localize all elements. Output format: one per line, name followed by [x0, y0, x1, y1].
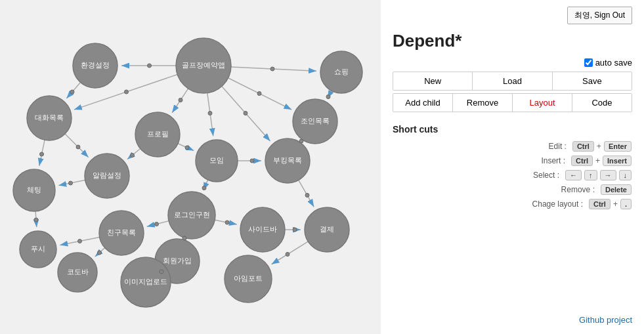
svg-point-54	[99, 211, 144, 255]
svg-point-92	[326, 95, 330, 99]
graph-node[interactable]: 대화목록	[27, 96, 72, 140]
enter-key: Enter	[604, 141, 632, 152]
svg-point-48	[168, 192, 215, 239]
shortcut-insert: Insert : Ctrl + Insert	[393, 156, 632, 166]
svg-point-34	[293, 99, 337, 144]
save-button[interactable]: Save	[553, 72, 632, 90]
graph-node[interactable]: 이미지업로드	[121, 257, 171, 307]
graph-node[interactable]: 로그인구현	[168, 192, 215, 239]
svg-point-46	[13, 169, 55, 211]
graph-node[interactable]: 알람설정	[85, 154, 129, 198]
shortcuts-section: Short cuts Edit : Ctrl + Enter Insert : …	[393, 124, 632, 213]
toolbar-row1: New Load Save	[393, 72, 632, 91]
graph-node[interactable]: 조인목록	[293, 99, 337, 144]
shortcuts-title: Short cuts	[393, 124, 632, 135]
add-child-button[interactable]: Add child	[393, 94, 453, 112]
code-button[interactable]: Code	[572, 94, 632, 112]
svg-point-88	[34, 218, 38, 222]
svg-point-44	[85, 154, 129, 198]
down-arrow-key: ↓	[619, 170, 632, 180]
svg-point-71	[208, 112, 212, 115]
edit-label: Edit :	[549, 142, 567, 151]
app-title: Depend*	[393, 31, 632, 51]
svg-point-32	[73, 43, 118, 88]
graph-node[interactable]: 친구목록	[99, 211, 144, 255]
svg-point-91	[70, 90, 74, 94]
remove-button[interactable]: Remove	[453, 94, 513, 112]
ctrl-key-edit: Ctrl	[572, 141, 594, 152]
auto-save-checkbox[interactable]	[584, 58, 593, 67]
graph-node[interactable]: 부킹목록	[265, 138, 310, 183]
shortcut-remove: Remove : Delete	[393, 184, 632, 195]
svg-point-82	[182, 236, 186, 240]
svg-point-83	[293, 228, 297, 232]
auto-save-label[interactable]: auto save	[584, 58, 632, 68]
svg-point-89	[305, 194, 309, 198]
graph-node[interactable]: 골프장예약앱	[176, 38, 231, 93]
svg-point-69	[179, 98, 182, 102]
graph-node[interactable]: 체팅	[13, 169, 55, 211]
graph-node[interactable]: 사이드바	[240, 207, 285, 252]
select-label: Select :	[533, 171, 559, 180]
svg-point-52	[305, 207, 349, 252]
svg-point-90	[299, 139, 303, 143]
delete-key: Delete	[601, 184, 632, 195]
graph-svg: 골프장예약앱쇼핑환경설정조인목록대화목록프로필부킹목록모임알람설정체팅로그인구현…	[0, 0, 381, 334]
svg-point-79	[76, 145, 80, 149]
insert-label: Insert :	[541, 156, 565, 165]
svg-point-40	[265, 138, 310, 183]
svg-point-74	[185, 146, 189, 150]
svg-point-78	[40, 152, 44, 156]
svg-point-75	[250, 159, 254, 163]
auto-save-row: auto save	[393, 58, 632, 68]
left-arrow-key: ←	[565, 170, 582, 180]
svg-point-87	[286, 253, 290, 257]
graph-panel[interactable]: 골프장예약앱쇼핑환경설정조인목록대화목록프로필부킹목록모임알람설정체팅로그인구현…	[0, 0, 381, 334]
shortcut-change-layout: Chage layout : Ctrl + .	[393, 199, 632, 209]
svg-point-36	[27, 96, 72, 140]
sign-out-button[interactable]: 최영, Sign Out	[567, 7, 632, 24]
graph-node[interactable]: 프로필	[135, 112, 180, 157]
toolbar-row2: Add child Remove Layout Code	[393, 93, 632, 112]
svg-point-77	[69, 181, 73, 185]
ctrl-key-layout: Ctrl	[589, 199, 611, 209]
ctrl-key-insert: Ctrl	[571, 156, 593, 166]
svg-point-66	[270, 67, 274, 71]
right-panel: 최영, Sign Out Depend* auto save New Load …	[381, 0, 644, 334]
up-arrow-key: ↑	[584, 170, 597, 180]
graph-node[interactable]: 코도바	[58, 253, 97, 292]
graph-node[interactable]: 아임포트	[225, 255, 272, 303]
graph-node[interactable]: 쇼핑	[320, 51, 362, 93]
remove-label: Remove :	[561, 185, 595, 194]
svg-point-84	[98, 251, 102, 255]
svg-point-56	[20, 231, 56, 268]
load-button[interactable]: Load	[473, 72, 552, 90]
layout-button[interactable]: Layout	[513, 94, 572, 112]
svg-point-80	[155, 222, 159, 226]
svg-point-50	[240, 207, 285, 252]
svg-point-70	[244, 112, 247, 115]
svg-point-28	[176, 38, 231, 93]
svg-point-68	[257, 92, 261, 96]
right-arrow-key: →	[600, 170, 616, 180]
graph-node[interactable]: 모임	[196, 140, 238, 182]
graph-node[interactable]: 결제	[305, 207, 349, 252]
github-link[interactable]: Github project	[579, 315, 632, 325]
svg-point-38	[135, 112, 180, 157]
svg-point-86	[160, 270, 163, 274]
auto-save-text: auto save	[595, 58, 632, 68]
new-button[interactable]: New	[393, 72, 473, 90]
svg-point-81	[225, 220, 229, 224]
svg-point-42	[196, 140, 238, 182]
graph-node[interactable]: 환경설정	[73, 43, 118, 88]
insert-key: Insert	[603, 156, 632, 166]
svg-point-64	[225, 255, 272, 303]
svg-point-58	[58, 253, 97, 292]
dot-key: .	[620, 199, 632, 209]
svg-point-62	[121, 257, 171, 307]
svg-point-72	[125, 90, 129, 94]
svg-point-30	[320, 51, 362, 93]
svg-point-76	[202, 186, 206, 190]
svg-point-67	[148, 64, 152, 68]
graph-node[interactable]: 푸시	[20, 231, 56, 268]
